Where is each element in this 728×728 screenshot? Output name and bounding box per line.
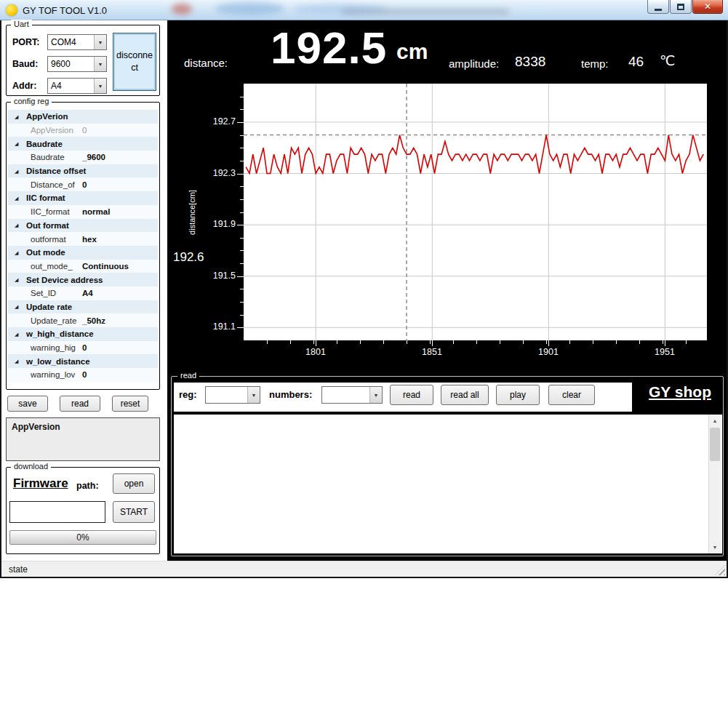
addr-select[interactable]: A4 ▼ [47, 78, 107, 94]
dropdown-arrow-icon[interactable]: ▼ [94, 57, 106, 71]
property-value[interactable]: 0 [82, 180, 87, 189]
config-group-header[interactable]: ◢Out format [8, 219, 158, 233]
property-value[interactable]: 0 [82, 370, 87, 379]
expander-icon[interactable]: ◢ [15, 359, 22, 364]
play-button[interactable]: play [496, 385, 540, 405]
numbers-select[interactable]: ▼ [321, 386, 383, 404]
x-minor-tick [546, 340, 547, 344]
config-group-header[interactable]: ◢Set Device address [8, 273, 158, 287]
expander-icon[interactable]: ◢ [15, 304, 22, 309]
baud-select[interactable]: 9600 ▼ [47, 56, 107, 72]
expander-icon[interactable]: ◢ [15, 141, 22, 146]
dropdown-arrow-icon[interactable]: ▼ [94, 79, 106, 93]
scroll-down-icon[interactable]: ▼ [709, 541, 721, 553]
config-property-row[interactable]: Distance_of0 [8, 177, 158, 191]
status-text: state [9, 564, 28, 575]
minimize-icon [655, 9, 662, 11]
start-button[interactable]: START [113, 501, 155, 523]
maximize-button[interactable] [670, 0, 692, 14]
x-minor-tick [663, 340, 663, 344]
chart-plot[interactable] [244, 84, 707, 340]
y-axis-title: distance[cm] [188, 176, 199, 249]
config-property-row[interactable]: Set_IDA4 [8, 287, 158, 300]
property-value[interactable]: normal [82, 207, 110, 216]
dropdown-arrow-icon[interactable]: ▼ [94, 35, 106, 49]
y-tick-mark [237, 327, 244, 328]
config-property-row[interactable]: Baudrate_9600 [8, 151, 158, 164]
expander-icon[interactable]: ◢ [15, 223, 22, 228]
port-select[interactable]: COM4 ▼ [47, 34, 107, 50]
panel-read-button[interactable]: read [390, 385, 433, 405]
config-group-header[interactable]: ◢w_low_distance [8, 354, 158, 368]
dropdown-arrow-icon[interactable]: ▼ [247, 387, 260, 403]
x-tick-mark [316, 340, 316, 346]
reset-button[interactable]: reset [112, 396, 148, 412]
property-value[interactable]: A4 [82, 289, 93, 297]
property-value[interactable]: 0 [82, 343, 87, 352]
addr-value: A4 [48, 79, 94, 93]
config-group-label: config reg [11, 97, 52, 105]
property-value[interactable]: _9600 [82, 153, 105, 161]
config-group-header[interactable]: ◢Out mode [8, 246, 158, 260]
app-icon [6, 4, 17, 16]
property-name: warning_lov [31, 370, 79, 379]
expander-icon[interactable]: ◢ [15, 332, 22, 337]
property-value[interactable]: Continuous [82, 262, 129, 271]
firmware-path-input[interactable] [9, 501, 105, 523]
property-name: Baudrate [31, 153, 79, 161]
reg-value [206, 387, 247, 403]
dropdown-arrow-icon[interactable]: ▼ [369, 387, 382, 403]
config-group-header[interactable]: ◢Distance offset [8, 164, 158, 178]
config-group-header[interactable]: ◢IIC format [8, 191, 158, 205]
property-value[interactable]: hex [82, 235, 97, 244]
chart-canvas [244, 84, 707, 340]
scroll-up-icon[interactable]: ▲ [709, 415, 721, 427]
window-body: Uart PORT: COM4 ▼ Baud: 9600 ▼ Addr: A4 … [1, 20, 727, 561]
read-group: read reg: ▼ numbers: ▼ read read all pla… [171, 376, 724, 556]
config-property-row[interactable]: IIC_formatnormal [8, 205, 158, 219]
property-name: AppVersion [31, 126, 79, 135]
read-log[interactable] [174, 415, 722, 553]
config-property-row[interactable]: AppVersion0 [8, 124, 158, 137]
download-group: download Firmware path: open START 0% [6, 467, 160, 554]
log-scrollbar[interactable]: ▲ ▼ [708, 415, 721, 553]
gy-shop-link[interactable]: GY shop [649, 383, 711, 401]
expander-icon[interactable]: ◢ [15, 250, 22, 255]
property-value[interactable]: 0 [82, 126, 87, 135]
config-property-row[interactable]: warning_lov0 [8, 368, 158, 382]
config-group-header[interactable]: ◢Baudrate [8, 137, 158, 151]
open-button[interactable]: open [113, 473, 155, 494]
y-tick-mark [237, 276, 244, 277]
expander-icon[interactable]: ◢ [15, 277, 22, 282]
save-button[interactable]: save [7, 396, 48, 412]
read-button[interactable]: read [60, 396, 100, 412]
config-property-row[interactable]: warning_hig0 [8, 341, 158, 355]
close-button[interactable]: ✕ [692, 0, 723, 14]
config-property-row[interactable]: outformathex [8, 232, 158, 246]
statusbar: state [1, 561, 727, 577]
resize-grip[interactable] [715, 565, 725, 575]
expander-icon[interactable]: ◢ [15, 169, 22, 174]
clear-button[interactable]: clear [548, 385, 595, 405]
port-label: PORT: [12, 37, 40, 47]
config-property-row[interactable]: Update_rate_50hz [8, 313, 158, 327]
property-description-box: AppVersion [6, 417, 160, 461]
config-group-header[interactable]: ◢AppVerion [8, 110, 158, 124]
minimize-button[interactable] [647, 0, 669, 14]
firmware-label: Firmware [13, 476, 68, 491]
left-panel: Uart PORT: COM4 ▼ Baud: 9600 ▼ Addr: A4 … [1, 20, 167, 561]
property-name: out_mode_ [31, 262, 79, 271]
uart-group-label: Uart [11, 20, 32, 28]
property-value[interactable]: _50hz [82, 316, 105, 325]
config-property-row[interactable]: out_mode_Continuous [8, 260, 158, 273]
scrollbar-thumb[interactable] [710, 428, 720, 461]
x-minor-tick [593, 340, 593, 344]
config-group-header[interactable]: ◢w_high_distance [8, 327, 158, 341]
read-all-button[interactable]: read all [441, 385, 489, 405]
disconnect-button[interactable]: disconnect [113, 33, 156, 91]
addr-label: Addr: [12, 81, 36, 91]
expander-icon[interactable]: ◢ [15, 114, 22, 119]
config-group-header[interactable]: ◢Update rate [8, 300, 158, 314]
reg-select[interactable]: ▼ [205, 386, 260, 404]
expander-icon[interactable]: ◢ [15, 196, 22, 201]
